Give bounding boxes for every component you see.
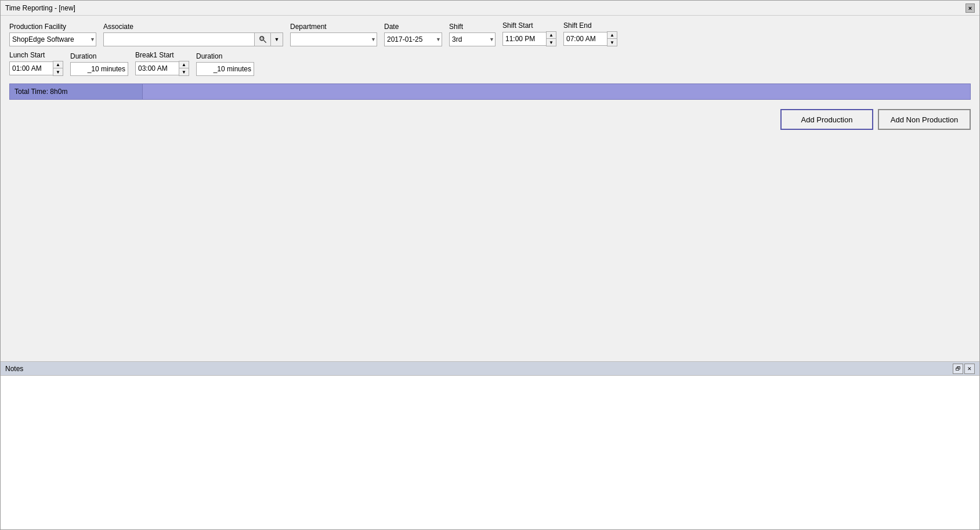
shift-end-up-button[interactable]: ▲ [607,32,617,39]
production-facility-label: Production Facility [9,23,96,31]
shift-start-down-button[interactable]: ▼ [547,39,556,46]
title-bar-left: Time Reporting - [new] [5,4,75,12]
break1-duration-label: Duration [196,52,254,60]
svg-point-2 [262,37,263,38]
notes-body[interactable] [1,376,979,529]
shift-group: Shift 3rd ▼ [449,23,496,46]
shift-end-group: Shift End ▲ ▼ [563,21,617,46]
lunch-start-label: Lunch Start [9,51,63,59]
notes-header-icons: 🗗 ✕ [953,364,975,374]
department-select[interactable] [290,32,377,46]
break1-start-group: Break1 Start ▲ ▼ [135,51,189,76]
add-non-production-button[interactable]: Add Non Production [878,109,971,130]
break1-duration-group: Duration [196,52,254,76]
notes-textarea[interactable] [3,378,977,527]
associate-search-icon[interactable] [254,32,270,46]
department-group: Department ▼ [290,23,377,46]
break1-start-input[interactable] [135,61,179,75]
svg-point-0 [259,37,263,41]
shift-start-up-button[interactable]: ▲ [547,32,556,39]
total-time-text: Total Time: 8h0m [15,88,67,96]
content-spacer [9,135,971,355]
notes-restore-icon: 🗗 [956,366,961,372]
date-label: Date [384,23,442,31]
break1-duration-input[interactable] [196,62,254,76]
buttons-row: Add Production Add Non Production [9,109,971,130]
break1-start-label: Break1 Start [135,51,189,59]
shift-start-spinner-buttons: ▲ ▼ [546,31,556,46]
total-time-left: Total Time: 8h0m [9,84,143,100]
lunch-start-up-button[interactable]: ▲ [53,61,63,68]
lunch-start-spinner-buttons: ▲ ▼ [53,61,63,76]
lunch-start-input[interactable] [9,61,53,75]
department-select-wrapper: ▼ [290,32,377,46]
shift-start-label: Shift Start [502,21,556,30]
associate-input[interactable] [103,32,254,46]
break1-start-spinner: ▲ ▼ [135,61,189,76]
lunch-duration-group: Duration [70,52,128,76]
notes-label: Notes [5,365,23,373]
date-select[interactable]: 2017-01-25 [384,32,442,46]
total-time-bar: Total Time: 8h0m [9,84,971,100]
break1-start-down-button[interactable]: ▼ [179,68,189,75]
associate-chevron-icon: ▼ [274,37,280,42]
shift-end-down-button[interactable]: ▼ [607,39,617,46]
associate-group: Associate [103,23,283,46]
notes-header: Notes 🗗 ✕ [1,362,979,376]
main-content: Production Facility ShopEdge Software ▼ … [1,16,979,361]
add-production-button[interactable]: Add Production [780,109,873,130]
associate-label: Associate [103,23,283,31]
shift-end-label: Shift End [563,21,617,30]
production-facility-group: Production Facility ShopEdge Software ▼ [9,23,96,46]
production-facility-select-wrapper: ShopEdge Software ▼ [9,32,96,46]
svg-point-1 [260,37,261,38]
lunch-start-group: Lunch Start ▲ ▼ [9,51,63,76]
shift-start-group: Shift Start ▲ ▼ [502,21,556,46]
shift-end-input[interactable] [563,32,607,46]
lunch-start-down-button[interactable]: ▼ [53,68,63,75]
shift-end-spinner: ▲ ▼ [563,31,617,46]
main-window: Time Reporting - [new] × Production Faci… [0,0,980,530]
title-bar: Time Reporting - [new] × [1,1,979,16]
shift-select-wrapper: 3rd ▼ [449,32,496,46]
total-time-right [143,84,971,100]
production-facility-select[interactable]: ShopEdge Software [9,32,96,46]
shift-end-spinner-buttons: ▲ ▼ [607,31,617,46]
date-group: Date 2017-01-25 ▼ [384,23,442,46]
top-row: Production Facility ShopEdge Software ▼ … [9,21,971,46]
lunch-start-spinner: ▲ ▼ [9,61,63,76]
shift-select[interactable]: 3rd [449,32,496,46]
lunch-duration-input[interactable] [70,62,128,76]
date-select-wrapper: 2017-01-25 ▼ [384,32,442,46]
shift-start-spinner: ▲ ▼ [502,31,556,46]
associate-dropdown-icon[interactable]: ▼ [270,32,283,46]
break1-start-spinner-buttons: ▲ ▼ [179,61,189,76]
lunch-duration-label: Duration [70,52,128,60]
close-button[interactable]: × [965,3,975,13]
shift-label: Shift [449,23,496,31]
lunch-break-row: Lunch Start ▲ ▼ Duration Break1 Start [9,51,971,76]
window-title: Time Reporting - [new] [5,4,75,12]
notes-close-icon: ✕ [967,366,972,372]
department-label: Department [290,23,377,31]
shift-start-input[interactable] [502,32,546,46]
notes-restore-button[interactable]: 🗗 [953,364,963,374]
associate-input-row: ▼ [103,32,283,46]
notes-close-button[interactable]: ✕ [964,364,975,374]
notes-panel: Notes 🗗 ✕ [1,361,979,529]
break1-start-up-button[interactable]: ▲ [179,61,189,68]
